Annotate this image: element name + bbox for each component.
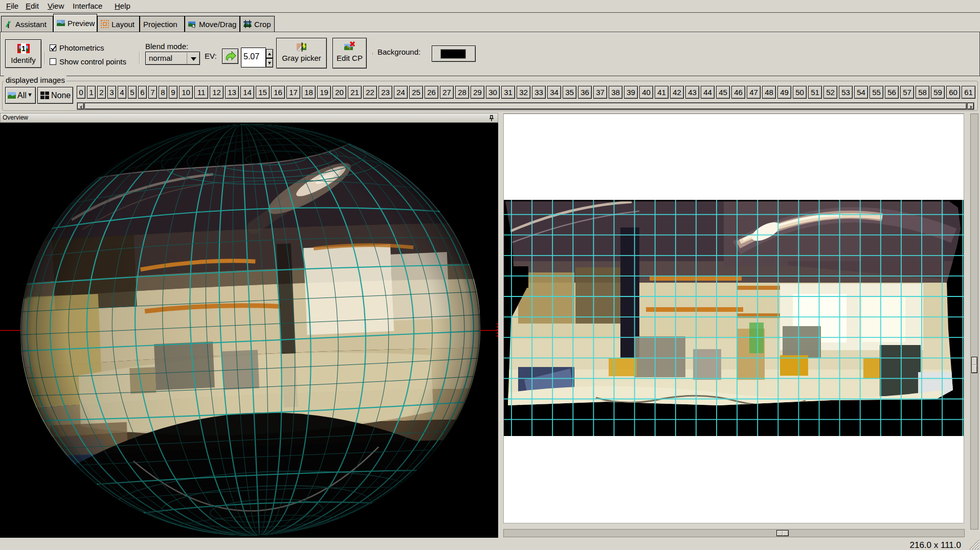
svg-text:GL: GL	[57, 20, 62, 24]
